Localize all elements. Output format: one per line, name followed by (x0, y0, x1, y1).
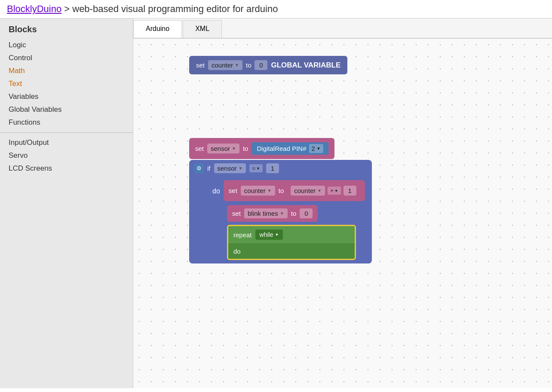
if-row: ⚙ if sensor = 1 (189, 160, 372, 177)
brand-link[interactable]: BlocklyDuino (7, 3, 61, 14)
do-label: do set counter to counter + 1 (209, 178, 368, 205)
page-header: BlocklyDuino > web-based visual programm… (0, 0, 552, 18)
blink-times-block[interactable]: set blink times to 0 (227, 205, 318, 222)
global-variable-label: GLOBAL VARIABLE (271, 61, 340, 70)
main-layout: Blocks Logic Control Math Text Variables… (0, 18, 552, 388)
counter-plus-block[interactable]: set counter to counter + 1 (224, 180, 365, 201)
tab-arduino[interactable]: Arduino (133, 20, 182, 38)
gear-icon[interactable]: ⚙ (194, 164, 204, 173)
sidebar-item-io[interactable]: Input/Output (0, 136, 133, 149)
repeat-while-block[interactable]: repeat while do (227, 225, 356, 260)
repeat-do-label: do (233, 248, 241, 255)
to-label-1: to (246, 61, 251, 69)
set-label-3: set (229, 187, 237, 194)
sidebar-item-math[interactable]: Math (0, 64, 133, 77)
tab-xml[interactable]: XML (183, 20, 222, 38)
sidebar-title: Blocks (0, 18, 133, 39)
digital-read-label: DigitalRead PIN# (257, 145, 306, 152)
do-section: do set counter to counter + 1 (189, 177, 372, 263)
counter-value-block[interactable]: counter + 1 (287, 184, 359, 198)
sidebar-item-lcd[interactable]: LCD Screens (0, 162, 133, 175)
plus-value[interactable]: 1 (343, 186, 356, 196)
tagline: > web-based visual programming editor fo… (61, 3, 278, 14)
eq-operator[interactable]: = (249, 164, 263, 172)
if-label: if (207, 165, 211, 172)
blocks-container: set counter to 0 GLOBAL VARIABLE set sen… (189, 56, 372, 263)
sidebar-item-control[interactable]: Control (0, 52, 133, 64)
repeat-label: repeat (233, 231, 252, 239)
while-dropdown[interactable]: while (255, 230, 283, 240)
counter-dropdown-2[interactable]: counter (241, 186, 275, 196)
sidebar: Blocks Logic Control Math Text Variables… (0, 18, 133, 388)
sidebar-item-logic[interactable]: Logic (0, 39, 133, 52)
value-0[interactable]: 0 (255, 60, 267, 70)
to-label-4: to (291, 210, 297, 217)
content-area: Arduino XML set counter to 0 GLOBAL VARI… (133, 18, 552, 388)
to-label-3: to (279, 187, 284, 194)
value-1[interactable]: 1 (266, 163, 279, 173)
set-label-4: set (232, 210, 241, 217)
second-group: set sensor to DigitalRead PIN# 2 ⚙ if (189, 138, 372, 263)
blink-value-0[interactable]: 0 (300, 208, 313, 218)
counter-dropdown-1[interactable]: counter (208, 60, 242, 70)
do-text: do (212, 187, 220, 195)
digital-read-block[interactable]: DigitalRead PIN# 2 (251, 142, 328, 155)
sidebar-item-global-variables[interactable]: Global Variables (0, 103, 133, 116)
sensor-dropdown-2[interactable]: sensor (214, 163, 246, 173)
sensor-dropdown[interactable]: sensor (207, 144, 239, 153)
op-plus[interactable]: + (328, 187, 341, 195)
to-label-2: to (243, 145, 248, 152)
repeat-row: repeat while (228, 226, 355, 243)
counter-name-dropdown[interactable]: counter (291, 186, 325, 196)
sidebar-item-text[interactable]: Text (0, 77, 133, 90)
set-label-1: set (196, 61, 205, 69)
if-block-wrapper: ⚙ if sensor = 1 do set (189, 160, 372, 263)
sidebar-divider (0, 132, 133, 133)
set-sensor-block[interactable]: set sensor to DigitalRead PIN# 2 (189, 138, 334, 159)
set-counter-global-block[interactable]: set counter to 0 GLOBAL VARIABLE (189, 56, 347, 74)
blink-times-dropdown[interactable]: blink times (244, 208, 288, 218)
workspace[interactable]: set counter to 0 GLOBAL VARIABLE set sen… (133, 39, 552, 388)
repeat-do-row: do (228, 243, 355, 259)
tab-bar: Arduino XML (133, 18, 552, 39)
sidebar-item-functions[interactable]: Functions (0, 116, 133, 129)
set-label-2: set (195, 145, 204, 152)
sidebar-item-variables[interactable]: Variables (0, 90, 133, 103)
sidebar-item-servo[interactable]: Servo (0, 149, 133, 162)
pin-dropdown[interactable]: 2 (309, 144, 323, 153)
